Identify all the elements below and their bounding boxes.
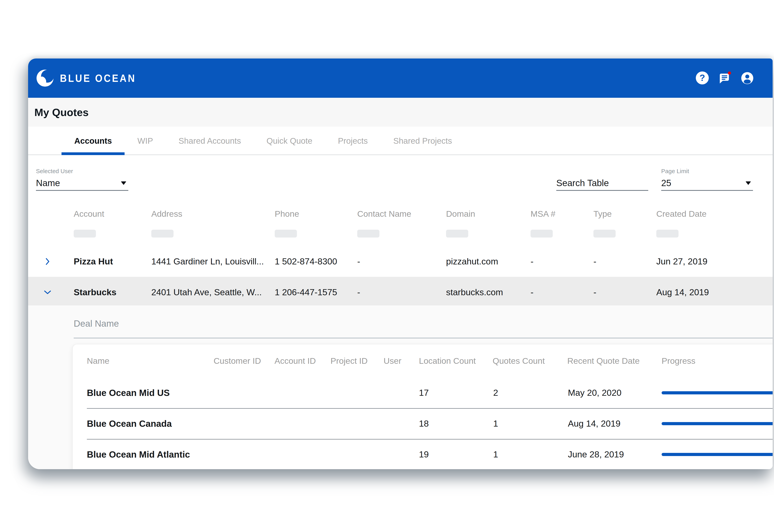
search-table-input[interactable] [556,177,648,189]
quote-row-blue-ocean-mid-us[interactable]: Blue Ocean Mid US 17 2 May 20, 2020 [73,377,773,408]
account-circle-icon [741,71,754,85]
column-progress: Progress [655,356,773,366]
filter-type-input[interactable] [594,230,616,238]
table-row-pizza-hut[interactable]: Pizza Hut 1441 Gardiner Ln, Louisvill...… [28,246,773,277]
cell-recent-quote-date: June 28, 2019 [560,449,655,460]
filter-phone-input[interactable] [275,230,297,238]
page-limit-value: 25 [661,178,671,188]
cell-created-date: Jun 27, 2019 [650,256,773,267]
selected-user-underline [36,190,128,191]
cell-type: - [587,256,650,267]
cell-account: Starbucks [67,287,144,297]
page-title: My Quotes [34,106,89,118]
deal-name-field [74,317,773,338]
cell-recent-quote-date: Aug 14, 2019 [560,419,655,429]
chevron-down-icon [746,181,751,185]
quotes-table-header: Name Customer ID Account ID Project ID U… [73,344,773,377]
cell-created-date: Aug 14, 2019 [650,287,773,297]
column-type: Type [594,208,650,219]
cell-account: Pizza Hut [67,256,144,267]
tab-bar: Accounts WIP Shared Accounts Quick Quote… [28,127,773,155]
column-account: Account [74,208,144,219]
chevron-down-icon [121,181,126,185]
page-limit-label: Page Limit [661,168,753,175]
deal-name-input[interactable] [74,317,773,330]
filter-domain-input[interactable] [446,230,468,238]
cell-domain: starbucks.com [439,287,524,297]
tab-accounts[interactable]: Accounts [61,127,124,155]
page-limit-select[interactable]: Page Limit 25 [661,168,753,191]
column-domain: Domain [446,208,524,219]
cell-type: - [587,287,650,297]
expand-row-button[interactable] [28,257,67,266]
search-table-underline [556,190,648,191]
filter-contact-name-input[interactable] [357,230,379,238]
notifications-button[interactable] [718,71,732,85]
help-icon: ? [696,71,709,84]
progress-bar [662,422,773,425]
quote-row-blue-ocean-canada[interactable]: Blue Ocean Canada 18 1 Aug 14, 2019 [73,408,773,439]
cell-contact-name: - [350,256,439,267]
cell-name: Blue Ocean Canada [73,418,207,429]
cell-recent-quote-date: May 20, 2020 [560,388,655,398]
selected-user-select[interactable]: Selected User Name [36,168,128,191]
cell-location-count: 19 [412,449,486,460]
blue-ocean-logo-icon [36,69,55,88]
filter-created-date-input[interactable] [656,230,679,238]
quotes-table-card: Name Customer ID Account ID Project ID U… [72,344,773,469]
cell-name: Blue Ocean Mid US [73,388,207,398]
tab-shared-accounts[interactable]: Shared Accounts [166,127,254,155]
chevron-right-icon [43,257,52,266]
chevron-down-icon [43,288,52,297]
cell-quotes-count: 2 [486,388,560,398]
column-contact-name: Contact Name [357,208,439,219]
tab-quick-quote[interactable]: Quick Quote [254,127,325,155]
column-quotes-count: Quotes Count [486,356,560,366]
quote-row-blue-ocean-mid-atlantic[interactable]: Blue Ocean Mid Atlantic 19 1 June 28, 20… [73,439,773,469]
accounts-table-header: Account Address Phone Contact Name Domai… [28,208,773,238]
column-name: Name [73,356,207,366]
page-title-band: My Quotes [28,98,773,127]
collapse-row-button[interactable] [28,288,67,297]
progress-bar [662,391,773,394]
brand: BLUE OCEAN [36,69,136,88]
column-user: User [377,356,412,366]
app-header: BLUE OCEAN ? [28,59,773,98]
cell-msa: - [524,287,587,297]
cell-location-count: 17 [412,388,486,398]
deal-name-underline [74,338,773,338]
header-actions: ? [696,59,754,98]
selected-user-label: Selected User [36,168,128,175]
column-account-id: Account ID [268,356,324,366]
brand-name: BLUE OCEAN [60,72,136,84]
cell-quotes-count: 1 [486,449,560,460]
page-limit-underline [661,190,753,191]
cell-address: 2401 Utah Ave, Seattle, W... [144,287,268,297]
column-msa: MSA # [530,208,587,219]
notification-badge [728,71,731,75]
chat-icon [718,71,732,85]
tab-wip[interactable]: WIP [124,127,166,155]
cell-phone: 1 502-874-8300 [268,256,350,267]
table-row-starbucks-selected[interactable]: Starbucks 2401 Utah Ave, Seattle, W... 1… [28,277,773,308]
tab-projects[interactable]: Projects [325,127,381,155]
column-customer-id: Customer ID [207,356,268,366]
account-button[interactable] [741,71,754,85]
cell-msa: - [524,256,587,267]
selected-user-value: Name [36,178,60,188]
filter-msa-input[interactable] [530,230,553,238]
filter-account-input[interactable] [74,230,96,238]
filter-address-input[interactable] [151,230,173,238]
cell-quotes-count: 1 [486,419,560,429]
column-location-count: Location Count [412,356,486,366]
tab-shared-projects[interactable]: Shared Projects [380,127,465,155]
app-window: BLUE OCEAN ? [28,59,773,469]
cell-location-count: 18 [412,419,486,429]
column-phone: Phone [275,208,350,219]
column-project-id: Project ID [324,356,377,366]
cell-address: 1441 Gardiner Ln, Louisvill... [144,256,268,267]
expanded-account-panel: Name Customer ID Account ID Project ID U… [28,305,773,469]
cell-contact-name: - [350,287,439,297]
cell-domain: pizzahut.com [439,256,524,267]
help-button[interactable]: ? [696,71,709,85]
